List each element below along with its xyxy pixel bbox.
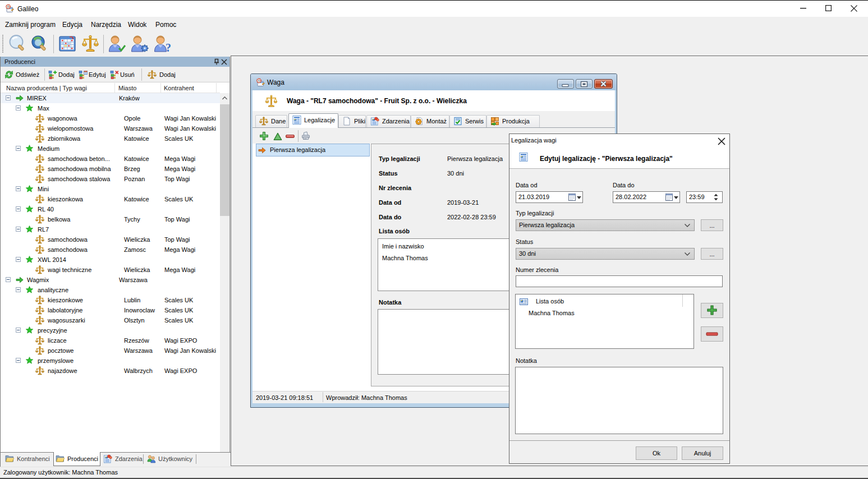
svg-text:?: ? xyxy=(166,42,171,53)
